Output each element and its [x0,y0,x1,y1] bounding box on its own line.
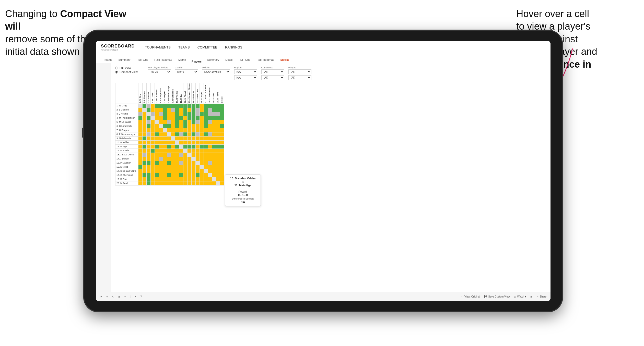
tab-summary2[interactable]: Summary [204,57,222,63]
filter-region-select[interactable]: N/A [234,69,257,74]
matrix-cell[interactable] [204,153,208,157]
matrix-cell[interactable] [188,124,192,128]
matrix-cell[interactable] [163,169,167,173]
matrix-cell[interactable] [179,104,183,108]
matrix-cell[interactable] [155,181,159,185]
matrix-cell[interactable] [204,140,208,144]
save-custom-button[interactable]: 💾 Save Custom View [484,295,510,298]
matrix-cell[interactable] [212,124,216,128]
matrix-cell[interactable] [151,173,155,177]
matrix-cell[interactable] [155,161,159,165]
matrix-cell[interactable] [175,177,179,181]
matrix-cell[interactable] [196,132,200,136]
matrix-cell[interactable] [163,144,167,149]
matrix-cell[interactable] [143,153,147,157]
matrix-cell[interactable] [188,132,192,136]
matrix-cell[interactable] [171,132,175,136]
matrix-cell[interactable] [147,157,151,161]
matrix-cell[interactable] [155,112,159,116]
matrix-cell[interactable] [175,132,179,136]
matrix-cell[interactable] [175,128,179,132]
matrix-cell[interactable] [155,140,159,144]
matrix-cell[interactable] [204,165,208,169]
matrix-cell[interactable] [192,116,196,120]
matrix-cell[interactable] [188,116,192,120]
matrix-cell[interactable] [155,157,159,161]
matrix-cell[interactable] [192,165,196,169]
matrix-cell[interactable] [200,132,204,136]
matrix-cell[interactable] [208,161,212,165]
matrix-cell[interactable] [188,157,192,161]
matrix-cell[interactable] [212,181,216,185]
matrix-cell[interactable] [143,120,147,124]
matrix-cell[interactable] [208,144,212,149]
matrix-cell[interactable] [192,169,196,173]
matrix-cell[interactable] [212,132,216,136]
filter-region-select2[interactable]: N/A [234,75,257,80]
matrix-cell[interactable] [138,108,143,112]
matrix-cell[interactable] [159,140,163,144]
matrix-cell[interactable] [183,165,188,169]
matrix-cell[interactable] [212,112,216,116]
matrix-cell[interactable] [204,169,208,173]
matrix-cell[interactable] [175,161,179,165]
forward-button[interactable]: ⇨ [106,295,108,298]
matrix-cell[interactable] [138,157,143,161]
matrix-cell[interactable] [196,144,200,149]
matrix-cell[interactable] [179,132,183,136]
matrix-cell[interactable] [212,161,216,165]
matrix-cell[interactable] [216,112,220,116]
matrix-cell[interactable] [188,144,192,149]
matrix-cell[interactable] [138,169,143,173]
matrix-cell[interactable] [204,161,208,165]
matrix-cell[interactable] [151,108,155,112]
matrix-cell[interactable] [208,104,212,108]
matrix-cell[interactable] [147,153,151,157]
matrix-cell[interactable] [171,144,175,149]
matrix-cell[interactable] [138,112,143,116]
matrix-cell[interactable] [147,116,151,120]
matrix-cell[interactable] [192,112,196,116]
matrix-cell[interactable] [159,108,163,112]
matrix-cell[interactable] [167,181,171,185]
matrix-cell[interactable] [188,136,192,140]
matrix-cell[interactable] [216,144,220,149]
nav-teams[interactable]: TEAMS [178,44,190,50]
matrix-cell[interactable] [188,165,192,169]
matrix-cell[interactable] [179,181,183,185]
matrix-cell[interactable] [147,124,151,128]
matrix-cell[interactable] [216,136,220,140]
matrix-cell[interactable] [155,124,159,128]
matrix-cell[interactable] [179,124,183,128]
matrix-cell[interactable] [159,181,163,185]
matrix-cell[interactable] [167,116,171,120]
matrix-cell[interactable] [175,157,179,161]
matrix-cell[interactable] [188,161,192,165]
matrix-cell[interactable] [183,120,188,124]
matrix-cell[interactable] [138,165,143,169]
matrix-cell[interactable] [200,128,204,132]
matrix-cell[interactable] [147,181,151,185]
matrix-cell[interactable] [196,181,200,185]
matrix-cell[interactable] [196,149,200,153]
matrix-cell[interactable] [208,124,212,128]
matrix-cell[interactable] [220,177,224,181]
matrix-cell[interactable] [204,120,208,124]
matrix-cell[interactable] [196,112,200,116]
matrix-cell[interactable] [155,169,159,173]
share-button[interactable]: ↗ Share [536,295,546,298]
matrix-cell[interactable] [216,177,220,181]
matrix-cell[interactable] [151,177,155,181]
matrix-cell[interactable] [171,169,175,173]
matrix-cell[interactable] [147,128,151,132]
matrix-cell[interactable] [220,153,224,157]
matrix-cell[interactable] [220,108,224,112]
matrix-cell[interactable] [220,104,224,108]
matrix-cell[interactable] [220,144,224,149]
matrix-cell[interactable] [183,112,188,116]
matrix-cell[interactable] [220,157,224,161]
matrix-cell[interactable] [179,169,183,173]
matrix-cell[interactable] [216,149,220,153]
matrix-cell[interactable] [212,104,216,108]
matrix-cell[interactable] [163,153,167,157]
